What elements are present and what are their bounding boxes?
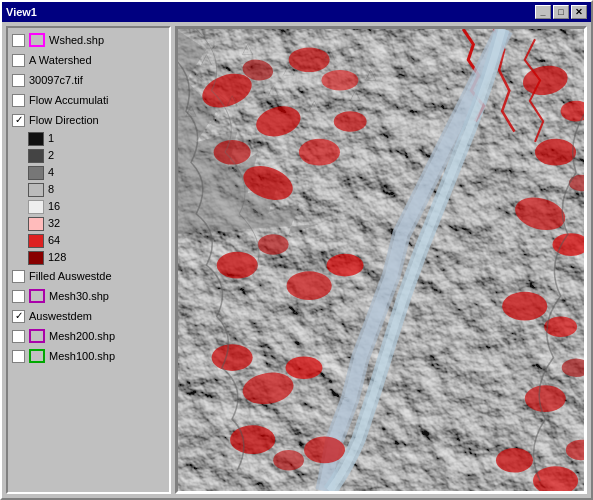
svg-point-13 <box>535 139 576 166</box>
layer-label-mesh200: Mesh200.shp <box>49 328 115 344</box>
layer-label-flowaccum: Flow Accumulati <box>29 92 108 108</box>
svg-point-28 <box>230 425 275 454</box>
layer-checkbox-mesh100[interactable] <box>12 350 25 363</box>
title-bar: View1 _ □ ✕ <box>2 2 591 22</box>
svg-point-30 <box>304 437 345 464</box>
svg-point-19 <box>287 271 332 300</box>
layer-label-wshed: Wshed.shp <box>49 32 104 48</box>
svg-point-5 <box>321 70 358 91</box>
layer-label-mesh100: Mesh100.shp <box>49 348 115 364</box>
layer-checkbox-mesh200[interactable] <box>12 330 25 343</box>
flow-label-2: 2 <box>48 148 54 163</box>
layer-label-watershed: A Watershed <box>29 52 92 68</box>
list-item[interactable]: 30097c7.tif <box>10 70 167 90</box>
layer-checkbox-auswestdem[interactable] <box>12 310 25 323</box>
list-item: 1 <box>10 130 167 147</box>
layer-label-flowdir: Flow Direction <box>29 112 99 128</box>
list-item[interactable]: Auswestdem <box>10 306 167 326</box>
layer-swatch-mesh200 <box>29 329 45 343</box>
layer-checkbox-filledauswest[interactable] <box>12 270 25 283</box>
flow-label-8: 8 <box>48 182 54 197</box>
layer-checkbox-dem[interactable] <box>12 74 25 87</box>
list-item[interactable]: Flow Direction <box>10 110 167 130</box>
main-window: View1 _ □ ✕ Wshed.shp A Watershed 30 <box>0 0 593 500</box>
layer-label-filledauswest: Filled Auswestde <box>29 268 112 284</box>
svg-point-24 <box>525 385 566 412</box>
list-item: 2 <box>10 147 167 164</box>
list-item: 32 <box>10 215 167 232</box>
svg-point-17 <box>217 252 258 279</box>
window-content: Wshed.shp A Watershed 30097c7.tif Flow A… <box>2 22 591 498</box>
svg-point-18 <box>258 234 289 255</box>
list-item: 16 <box>10 198 167 215</box>
svg-point-31 <box>496 448 533 473</box>
close-button[interactable]: ✕ <box>571 5 587 19</box>
svg-point-4 <box>289 47 330 72</box>
list-item: 64 <box>10 232 167 249</box>
list-item[interactable]: Filled Auswestde <box>10 266 167 286</box>
window-title: View1 <box>6 6 37 18</box>
layer-swatch-wshed <box>29 33 45 47</box>
list-item[interactable]: Mesh100.shp <box>10 346 167 366</box>
list-item[interactable]: Wshed.shp <box>10 30 167 50</box>
list-item: 128 <box>10 249 167 266</box>
flow-label-16: 16 <box>48 199 60 214</box>
flow-swatch-128 <box>28 251 44 265</box>
maximize-button[interactable]: □ <box>553 5 569 19</box>
list-item: 8 <box>10 181 167 198</box>
map-canvas <box>178 29 584 491</box>
layer-checkbox-flowaccum[interactable] <box>12 94 25 107</box>
flow-label-128: 128 <box>48 250 66 265</box>
layer-checkbox-flowdir[interactable] <box>12 114 25 127</box>
layer-checkbox-wshed[interactable] <box>12 34 25 47</box>
layer-swatch-mesh100 <box>29 349 45 363</box>
svg-point-20 <box>327 254 364 277</box>
legend-panel[interactable]: Wshed.shp A Watershed 30097c7.tif Flow A… <box>6 26 171 494</box>
flow-label-32: 32 <box>48 216 60 231</box>
flow-label-4: 4 <box>48 165 54 180</box>
flow-swatch-8 <box>28 183 44 197</box>
list-item[interactable]: Mesh30.shp <box>10 286 167 306</box>
minimize-button[interactable]: _ <box>535 5 551 19</box>
flow-swatch-32 <box>28 217 44 231</box>
svg-point-9 <box>299 139 340 166</box>
svg-point-25 <box>212 344 253 371</box>
flow-label-64: 64 <box>48 233 60 248</box>
list-item[interactable]: A Watershed <box>10 50 167 70</box>
layer-label-auswestdem: Auswestdem <box>29 308 92 324</box>
list-item: 4 <box>10 164 167 181</box>
window-controls: _ □ ✕ <box>535 5 587 19</box>
layer-swatch-mesh30 <box>29 289 45 303</box>
list-item[interactable]: Flow Accumulati <box>10 90 167 110</box>
flow-swatch-2 <box>28 149 44 163</box>
flow-swatch-64 <box>28 234 44 248</box>
flow-swatch-16 <box>28 200 44 214</box>
svg-point-10 <box>334 111 367 132</box>
flow-swatch-1 <box>28 132 44 146</box>
svg-point-27 <box>286 357 323 380</box>
list-item[interactable]: Mesh200.shp <box>10 326 167 346</box>
svg-point-21 <box>502 292 547 321</box>
layer-label-dem: 30097c7.tif <box>29 72 83 88</box>
layer-checkbox-mesh30[interactable] <box>12 290 25 303</box>
layer-checkbox-watershed[interactable] <box>12 54 25 67</box>
map-view[interactable] <box>175 26 587 494</box>
svg-point-29 <box>273 450 304 471</box>
flow-swatch-4 <box>28 166 44 180</box>
layer-label-mesh30: Mesh30.shp <box>49 288 109 304</box>
flow-label-1: 1 <box>48 131 54 146</box>
